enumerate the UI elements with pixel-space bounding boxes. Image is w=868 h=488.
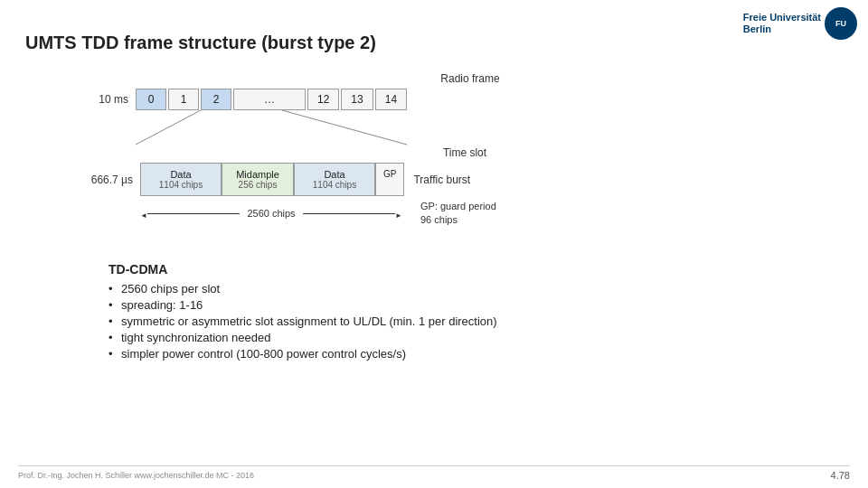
logo-line1: Freie Universität: [743, 12, 821, 23]
rf-cell-12: 12: [307, 89, 339, 110]
footer: Prof. Dr.-Ing. Jochen H. Schiller www.jo…: [18, 465, 850, 481]
gp-info-line2: 96 chips: [420, 214, 458, 225]
chips-row: 2560 chips GP: guard period 96 chips: [140, 200, 796, 228]
bullet-item-3: symmetric or asymmetric slot assignment …: [108, 314, 741, 328]
rf-cells: 0 1 2 … 12 13 14: [136, 89, 407, 110]
ts-cell-data2: Data 1104 chips: [294, 163, 375, 196]
ts-cell-data1: Data 1104 chips: [140, 163, 222, 196]
timeslot-row: 666.7 µs Data 1104 chips Midample 256 ch…: [90, 163, 796, 196]
ts-midample-sub: 256 chips: [230, 180, 286, 190]
bullet-item-5: simpler power control (100-800 power con…: [108, 347, 741, 361]
ts-data2-top: Data: [324, 169, 344, 180]
logo-icon: FU: [825, 7, 857, 40]
rf-cell-14: 14: [375, 89, 407, 110]
ts-cell-midample: Midample 256 chips: [222, 163, 294, 196]
rf-cell-ellipsis: …: [233, 89, 306, 110]
bullet-item-2: spreading: 1-16: [108, 298, 741, 312]
arrow-line-right: [303, 213, 395, 214]
gp-info-line1: GP: guard period: [420, 201, 496, 211]
bullet-title: TD-CDMA: [108, 262, 741, 277]
rf-cell-0: 0: [136, 89, 166, 110]
timeslot-label: Time slot: [134, 146, 796, 159]
rf-cell-2: 2: [201, 89, 231, 110]
radio-frame-row: 10 ms 0 1 2 … 12 13 14: [90, 89, 796, 110]
rf-duration-label: 10 ms: [90, 93, 136, 106]
arrow-left-icon: [140, 207, 147, 221]
svg-line-0: [136, 110, 201, 145]
ts-cells: Data 1104 chips Midample 256 chips Data …: [140, 163, 404, 196]
logo-area: Freie Universität Berlin FU: [743, 7, 857, 40]
page-title: UMTS TDD frame structure (burst type 2): [25, 33, 376, 53]
bullet-section: TD-CDMA 2560 chips per slot spreading: 1…: [108, 262, 741, 363]
ts-midample-top: Midample: [236, 169, 279, 180]
ts-duration-label: 666.7 µs: [90, 174, 140, 186]
radio-frame-label: Radio frame: [145, 72, 796, 85]
traffic-burst-label: Traffic burst: [413, 174, 470, 186]
svg-line-1: [282, 110, 407, 145]
arrow-line-left: [147, 213, 240, 214]
ts-cell-gp: GP: [375, 163, 404, 196]
ts-data2-sub: 1104 chips: [302, 180, 367, 190]
ts-data1-sub: 1104 chips: [148, 180, 213, 190]
diagram-area: Radio frame 10 ms 0 1 2 … 12 13 14 Time …: [90, 72, 796, 228]
chips-label: 2560 chips: [247, 208, 295, 219]
rf-cell-13: 13: [341, 89, 373, 110]
footer-right: 4.78: [831, 470, 850, 481]
chips-arrow: 2560 chips: [140, 207, 402, 221]
arrow-right-icon: [395, 207, 402, 221]
logo-text: Freie Universität Berlin: [743, 12, 821, 35]
ts-data1-top: Data: [170, 169, 191, 180]
logo-line2: Berlin: [743, 23, 771, 34]
bullet-item-4: tight synchronization needed: [108, 331, 741, 344]
bullet-item-1: 2560 chips per slot: [108, 282, 741, 296]
bullet-list: 2560 chips per slot spreading: 1-16 symm…: [108, 282, 741, 361]
footer-left: Prof. Dr.-Ing. Jochen H. Schiller www.jo…: [18, 471, 254, 480]
rf-cell-1: 1: [168, 89, 199, 110]
ts-gp-label: GP: [383, 169, 396, 179]
connector-svg: [136, 110, 497, 146]
gp-info: GP: guard period 96 chips: [420, 200, 496, 228]
